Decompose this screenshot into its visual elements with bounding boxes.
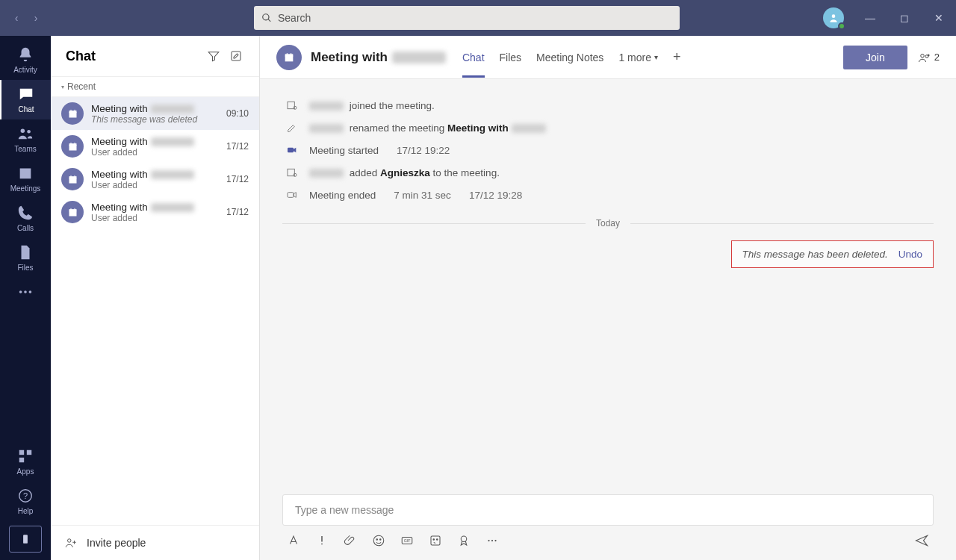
- svg-rect-6: [19, 450, 24, 455]
- filter-button[interactable]: [204, 46, 223, 66]
- window-maximize[interactable]: ◻: [887, 0, 922, 36]
- sticker-button[interactable]: [429, 534, 442, 550]
- rail-meetings[interactable]: Meetings: [0, 159, 51, 199]
- svg-rect-28: [321, 544, 323, 545]
- join-button[interactable]: Join: [843, 46, 907, 69]
- device-icon: [20, 532, 31, 547]
- more-tools-button[interactable]: [485, 534, 499, 550]
- svg-rect-15: [69, 176, 76, 183]
- svg-rect-27: [321, 536, 323, 542]
- svg-rect-18: [285, 54, 294, 61]
- chat-time: 17/12: [226, 141, 249, 152]
- chat-title: Meeting with: [91, 136, 219, 147]
- svg-point-17: [68, 539, 72, 543]
- pencil-icon: [285, 121, 299, 134]
- message-input[interactable]: Type a new message: [282, 494, 934, 526]
- chat-row[interactable]: Meeting with User added 17/12: [51, 130, 259, 163]
- chat-subtitle: This message was deleted: [91, 114, 219, 125]
- send-button[interactable]: [914, 533, 929, 551]
- section-recent[interactable]: Recent: [51, 77, 259, 97]
- calendar-user-icon: [285, 99, 299, 112]
- svg-rect-23: [288, 148, 294, 153]
- paperclip-icon: [344, 534, 357, 547]
- rail-activity[interactable]: Activity: [0, 40, 51, 80]
- meeting-avatar-icon: [61, 102, 84, 125]
- chat-row[interactable]: Meeting with User added 17/12: [51, 196, 259, 228]
- add-tab-button[interactable]: +: [673, 49, 681, 65]
- rail-device[interactable]: [9, 526, 42, 553]
- undo-link[interactable]: Undo: [898, 249, 922, 260]
- svg-point-1: [21, 129, 25, 134]
- svg-point-37: [461, 536, 467, 542]
- meeting-avatar-icon: [276, 45, 302, 70]
- search-icon: [261, 13, 272, 23]
- file-icon: [17, 244, 34, 261]
- meeting-avatar-icon: [61, 168, 84, 190]
- system-event-renamed: renamed the meeting Meeting with: [282, 116, 934, 139]
- invite-icon: [64, 536, 78, 550]
- participants-button[interactable]: 2: [918, 51, 940, 64]
- format-button[interactable]: [287, 534, 300, 550]
- window-close[interactable]: ✕: [922, 0, 956, 36]
- rail-more[interactable]: [0, 278, 51, 306]
- invite-people[interactable]: Invite people: [51, 525, 259, 560]
- svg-rect-13: [69, 111, 76, 117]
- rail-help[interactable]: ? Help: [9, 482, 42, 521]
- compose-icon: [229, 49, 243, 63]
- svg-point-5: [29, 290, 32, 293]
- nav-forward[interactable]: ›: [28, 10, 43, 25]
- svg-point-30: [376, 539, 378, 541]
- chat-time: 09:10: [226, 108, 249, 119]
- gif-button[interactable]: GIF: [400, 534, 414, 550]
- new-chat-button[interactable]: [226, 46, 246, 66]
- meeting-avatar-icon: [61, 135, 84, 158]
- chat-subtitle: User added: [91, 147, 219, 158]
- rail-calls[interactable]: Calls: [0, 199, 51, 238]
- praise-button[interactable]: [457, 534, 471, 550]
- rail-files[interactable]: Files: [0, 238, 51, 278]
- tab-meeting-notes[interactable]: Meeting Notes: [536, 52, 603, 63]
- rail-label: Apps: [17, 467, 34, 476]
- attach-button[interactable]: [344, 534, 357, 550]
- window-minimize[interactable]: —: [853, 0, 887, 36]
- svg-point-40: [494, 540, 496, 541]
- tab-more[interactable]: 1 more▾: [618, 52, 658, 63]
- svg-point-31: [380, 539, 382, 541]
- svg-point-2: [27, 130, 31, 134]
- nav-back[interactable]: ‹: [9, 10, 24, 25]
- send-icon: [914, 533, 929, 548]
- rail-label: Activity: [13, 66, 37, 74]
- tab-chat[interactable]: Chat: [462, 52, 485, 78]
- chat-row[interactable]: Meeting with This message was deleted 09…: [51, 97, 259, 130]
- priority-button[interactable]: [315, 534, 329, 550]
- svg-point-22: [294, 106, 297, 109]
- rail-label: Chat: [18, 105, 34, 113]
- svg-point-19: [921, 54, 925, 57]
- date-divider: Today: [282, 218, 934, 228]
- rail-label: Teams: [14, 145, 36, 153]
- rail-apps[interactable]: Apps: [9, 442, 42, 482]
- profile-avatar[interactable]: [823, 7, 844, 28]
- search-input[interactable]: Search: [254, 6, 680, 30]
- phone-icon: [17, 205, 34, 221]
- conversation-title: Meeting with: [311, 50, 446, 65]
- rail-chat[interactable]: Chat: [0, 80, 51, 119]
- teams-icon: [17, 125, 34, 142]
- chat-row[interactable]: Meeting with User added 17/12: [51, 163, 259, 196]
- composer-toolbar: GIF: [282, 526, 934, 551]
- video-icon: [285, 143, 299, 157]
- svg-point-36: [437, 539, 438, 541]
- chat-icon: [18, 86, 34, 102]
- tab-files[interactable]: Files: [500, 52, 522, 63]
- rail-teams[interactable]: Teams: [0, 119, 51, 159]
- sticker-icon: [429, 534, 442, 547]
- conversation-panel: Meeting with Chat Files Meeting Notes 1 …: [260, 36, 956, 560]
- rail-label: Help: [18, 507, 34, 515]
- exclamation-icon: [315, 534, 329, 547]
- svg-point-29: [373, 535, 384, 546]
- help-icon: ?: [17, 488, 34, 504]
- system-event-started: Meeting started17/12 19:22: [282, 139, 934, 161]
- format-icon: [287, 534, 300, 547]
- emoji-button[interactable]: [372, 534, 385, 550]
- meeting-avatar-icon: [61, 201, 84, 223]
